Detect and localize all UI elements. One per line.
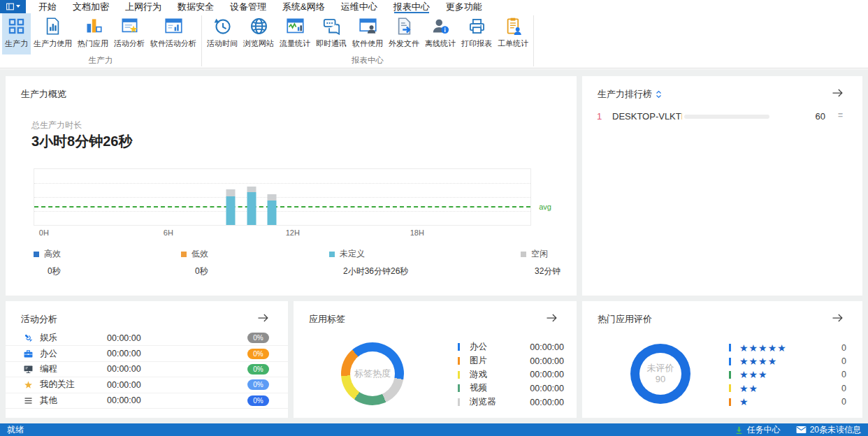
ribbon-group-separator [533,15,534,66]
tag-time: 00:00:00 [530,356,564,366]
menu-tab[interactable]: 文档加密 [72,0,110,13]
mail-icon [796,426,806,434]
ribbon-button[interactable]: 即时通讯 [313,13,349,54]
ribbon-button[interactable]: 生产力使用 [31,13,75,54]
ribbon-button[interactable]: 工单统计 [495,13,531,54]
percent-badge: 0% [247,379,269,390]
percent-badge: 0% [247,349,269,359]
menu-tab[interactable]: 上网行为 [124,0,162,13]
download-icon [735,426,744,435]
panel-activity-analysis: 活动分析 娱乐00:00:000%办公00:00:000%编程00:00:000… [6,301,288,418]
legend-item: 空闲32分钟 [521,248,560,277]
legend-value: 0秒 [48,266,61,277]
menu-tab[interactable]: 开始 [38,0,57,13]
ribbon-group: 生产力生产力使用热门应用活动分析软件活动分析生产力 [2,13,199,68]
ribbon-button[interactable]: 活动分析 [111,13,147,54]
unread-messages-button[interactable]: 20条未读信息 [796,424,861,436]
ribbon-button[interactable]: 软件使用 [349,13,386,54]
tag-legend-row[interactable]: 游戏00:00:00 [458,368,564,382]
gridline [34,197,530,198]
ranking-more-button[interactable] [830,85,846,101]
task-center-label: 任务中心 [747,424,781,436]
rating-row[interactable]: ★★0 [729,382,846,395]
ribbon-button[interactable]: 外发文件 [386,13,422,54]
ribbon-button[interactable]: 打印报表 [458,13,495,54]
menu-tab[interactable]: 运维中心 [340,0,378,13]
ribbon-button[interactable]: 软件活动分析 [147,13,199,54]
star-rating: ★★ [739,384,758,393]
activity-time: 00:00:00 [107,364,141,374]
chevron-down-icon [16,5,20,8]
chat-icon [322,17,341,36]
menu-tab[interactable]: 报表中心 [393,0,431,13]
menu-tab[interactable]: 更多功能 [445,0,483,13]
ribbon-button-label: 即时通讯 [316,38,347,49]
gridline [34,183,530,184]
percent-badge: 0% [247,364,269,375]
tag-legend-row[interactable]: 图片00:00:00 [458,354,564,368]
ranking-row[interactable]: 1DESKTOP-VLKTL...60= [582,108,862,125]
activity-label: 编程 [40,363,107,375]
ribbon-group: 活动时间浏览网站流量统计即时通讯软件使用外发文件离线统计打印报表工单统计报表中心 [204,13,531,68]
score-progress-bar [684,115,769,119]
donut-center-label-line1: 未评价 [647,363,674,374]
history-clock-icon [213,17,232,36]
rating-row[interactable]: ★★★★★0 [729,341,846,354]
rating-row[interactable]: ★★★★0 [729,354,846,368]
ribbon-button[interactable]: 流量统计 [277,13,313,54]
app-tags-more-button[interactable] [544,310,560,326]
panel-app-tags: 应用标签 标签热度 办公00:00:00图片00:00:00游戏00:00:00… [294,301,577,418]
ribbon-group-separator [201,15,202,66]
score-value: 60 [792,111,825,122]
activity-row[interactable]: 我的关注00:00:000% [6,377,288,393]
activity-row[interactable]: 其他00:00:000% [6,393,288,409]
total-duration-label: 总生产力时长 [31,119,82,131]
tag-legend-row[interactable]: 办公00:00:00 [458,340,564,354]
activity-label: 我的关注 [40,379,107,391]
clipboard-user-icon [504,17,523,36]
productivity-bar-chart: avg [34,168,531,226]
tag-legend-row[interactable]: 浏览器00:00:00 [458,395,564,409]
activity-row[interactable]: 娱乐00:00:000% [6,330,288,346]
titlebar: 开始文档加密上网行为数据安全设备管理系统&网络运维中心报表中心更多功能 [0,0,868,13]
tag-legend-row[interactable]: 视频00:00:00 [458,382,564,395]
rating-count: 0 [841,384,846,393]
arrow-right-icon [831,86,845,100]
ribbon-button-label: 浏览网站 [243,38,274,49]
menu-tab[interactable]: 系统&网络 [282,0,326,13]
sort-icon[interactable] [656,90,662,99]
percent-badge: 0% [247,333,269,343]
ribbon-button[interactable]: 生产力 [2,13,31,54]
ribbon-button[interactable]: 浏览网站 [240,13,277,54]
ribbon-button[interactable]: 活动时间 [204,13,240,54]
ribbon-button-label: 工单统计 [498,38,528,49]
bar [268,169,277,225]
legend-swatch [458,343,460,351]
menu-tab[interactable]: 设备管理 [229,0,267,13]
ratings-more-button[interactable] [830,310,846,326]
activity-time: 00:00:00 [107,380,141,390]
rating-row[interactable]: ★0 [729,395,846,409]
statusbar: 就绪 任务中心 20条未读信息 [0,423,868,436]
task-center-button[interactable]: 任务中心 [735,424,781,436]
star-rating: ★★★★★ [739,343,787,353]
activity-more-button[interactable] [256,310,271,326]
dashboard: 生产力概览 总生产力时长 3小时8分钟26秒 avg 0H6H12H18H 高效… [0,69,868,423]
window-menu-button[interactable] [0,0,26,13]
panel-title: 热门应用评价 [598,313,652,326]
doc-star-icon [120,17,139,36]
monitor-code-icon [23,363,35,375]
ribbon-button[interactable]: 离线统计 [422,13,458,54]
ribbon-button[interactable]: 热门应用 [75,13,111,54]
ribbon-group-label: 生产力 [2,54,199,68]
menu-tabs: 开始文档加密上网行为数据安全设备管理系统&网络运维中心报表中心更多功能 [38,0,483,13]
ribbon-button-label: 离线统计 [425,38,456,49]
menu-tab[interactable]: 数据安全 [177,0,215,13]
rating-row[interactable]: ★★★0 [729,368,846,382]
average-line: avg [34,206,530,208]
x-tick-label: 0H [39,228,49,237]
ribbon-button-label: 软件使用 [352,38,383,49]
arrow-right-icon [831,311,845,325]
activity-row[interactable]: 编程00:00:000% [6,362,288,377]
activity-row[interactable]: 办公00:00:000% [6,346,288,361]
